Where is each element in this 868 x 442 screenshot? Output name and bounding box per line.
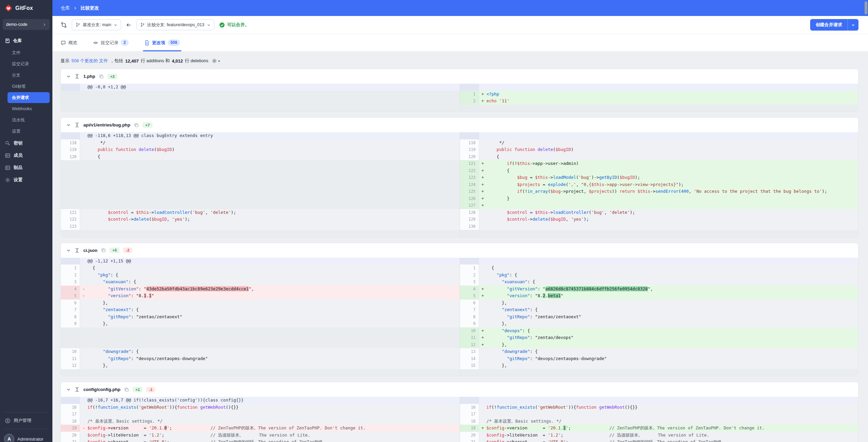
current-user[interactable]: A Administrator <box>0 431 52 442</box>
copy-icon[interactable] <box>134 123 139 128</box>
line-number: 2 <box>61 272 80 279</box>
sidebar-item-tags[interactable]: Git标签 <box>7 81 50 92</box>
line-number: 5 <box>460 292 479 300</box>
diff-pad-row <box>61 105 858 112</box>
line-number <box>61 369 80 376</box>
line-number: 19 <box>460 425 479 432</box>
copy-icon[interactable] <box>124 387 129 392</box>
sidebar-item-members[interactable]: 成员 <box>0 149 52 162</box>
repo-book-icon <box>5 38 10 44</box>
diff-ctx-cell: 20$config->liteVersion = '1.2'; // 迅捷版版本… <box>460 432 858 439</box>
sidebar-item-settings[interactable]: 设置 <box>7 126 50 137</box>
tab-badge: 508 <box>168 39 180 46</box>
code-line: "gitRepo": "zentao/zentaoext" <box>487 313 858 321</box>
diff-marker <box>479 216 487 223</box>
hunk-header-text: @@ -118,6 +118,13 @@ class bugEntry exte… <box>87 132 460 139</box>
line-number: 19 <box>61 425 80 432</box>
tab-changes[interactable]: 更改项508 <box>144 34 180 51</box>
hunk-right-cell <box>460 258 858 265</box>
unfold-icon[interactable] <box>75 74 80 79</box>
line-number: 121 <box>460 160 479 167</box>
diff-marker: + <box>479 195 487 202</box>
hunk-left-cell: @@ -0,0 +1,2 @@ <box>61 84 460 91</box>
collapse-chevron-icon[interactable] <box>66 387 71 392</box>
code-line <box>487 397 858 404</box>
diff-marker <box>479 153 487 160</box>
code-line <box>87 341 460 348</box>
diff-ctx-cell: 1 { <box>61 265 460 272</box>
diff-marker <box>80 300 87 307</box>
diff-marker <box>479 369 487 376</box>
base-branch-select[interactable]: 基准分支: main <box>72 19 121 30</box>
diff-marker <box>479 320 487 327</box>
code-line <box>487 84 858 91</box>
line-number: 123 <box>460 174 479 181</box>
copy-icon[interactable] <box>101 248 106 253</box>
line-number: 120 <box>460 153 479 160</box>
sidebar: GitFox demo-code 仓库 文件提交记录分支Git标签合并请求Web… <box>0 0 52 442</box>
sidebar-item-files[interactable]: 文件 <box>7 47 50 58</box>
line-number: 1 <box>460 91 479 98</box>
diff-row: 121+ if(!$this->app->user->admin) <box>61 160 858 167</box>
create-merge-request-dropdown[interactable] <box>848 19 858 31</box>
create-merge-request-button[interactable]: 创建合并请求 <box>810 19 858 31</box>
collapse-chevron-icon[interactable] <box>66 123 71 127</box>
compare-bar: 基准分支: main 比较分支: feature/devops_013 <box>52 16 868 34</box>
breadcrumb-root[interactable]: 仓库 <box>61 5 70 11</box>
sidebar-item-user-management[interactable]: 用户管理 <box>0 414 52 427</box>
line-number: 9 <box>61 320 80 327</box>
copy-icon[interactable] <box>99 74 104 79</box>
sidebar-item-webhooks[interactable]: Webhooks <box>7 103 50 114</box>
sidebar-item-settings[interactable]: 设置 <box>0 174 52 186</box>
breadcrumb: 仓库 比较更改 <box>52 0 868 16</box>
sidebar-item-merge-requests[interactable]: 合并请求 <box>7 92 50 103</box>
unfold-icon[interactable] <box>75 387 80 392</box>
line-number <box>460 230 479 237</box>
vertical-scrollbar[interactable] <box>865 1 867 14</box>
code-line <box>487 230 858 237</box>
diff-settings-button[interactable]: ▾ <box>212 58 220 64</box>
tab-overview[interactable]: 概览 <box>61 34 77 51</box>
line-number <box>61 334 80 341</box>
diff-add-cell: 2+echo '11' <box>460 98 858 105</box>
collapse-chevron-icon[interactable] <box>66 248 71 253</box>
diff-summary: 显示 508 个更改的 文件 ，包括 12,407 行 additions 和 … <box>61 58 858 64</box>
diff-ctx-cell: 1 { <box>460 265 858 272</box>
diff-empty-cell <box>61 98 460 105</box>
changed-files-link[interactable]: 508 个更改的 文件 <box>71 58 108 64</box>
diff-marker <box>479 223 487 230</box>
breadcrumb-current: 比较更改 <box>81 5 99 11</box>
collapse-chevron-icon[interactable] <box>66 74 71 79</box>
sidebar-item-pipelines[interactable]: 流水线 <box>7 115 50 125</box>
sidebar-item-branches[interactable]: 分支 <box>7 70 50 81</box>
line-number: 122 <box>61 216 80 223</box>
diff-row: 120 {120 { <box>61 153 858 160</box>
unfold-icon[interactable] <box>75 248 80 253</box>
sidebar-footer: 用户管理 A Administrator <box>0 410 52 442</box>
create-merge-request-label[interactable]: 创建合并请求 <box>810 19 848 31</box>
diff-row: 3 "xuanxuan": {3 "xuanxuan": { <box>61 278 858 286</box>
compare-branch-select[interactable]: 比较分支: feature/devops_013 <box>136 19 214 30</box>
diff-marker <box>80 132 87 139</box>
diff-marker <box>479 300 487 307</box>
diff-marker <box>80 91 87 98</box>
diff-row: 118 */118 */ <box>61 139 858 147</box>
diff-row: 2 "pkg": {2 "pkg": { <box>61 272 858 279</box>
diff-row: 2+echo '11' <box>61 98 858 105</box>
diff-marker <box>80 98 87 105</box>
sidebar-item-keys[interactable]: 密钥 <box>0 137 52 149</box>
diff-empty-cell <box>460 369 858 376</box>
person-circle-icon <box>5 418 11 424</box>
unfold-icon[interactable] <box>75 122 80 128</box>
line-number: 11 <box>460 334 479 341</box>
code-line: $projects = explode(',', "0,{$this->app-… <box>487 181 858 188</box>
diff-add-cell: 11+ "gitRepo": "zentao/devops" <box>460 334 858 341</box>
diff-marker: + <box>479 334 487 341</box>
project-switcher[interactable]: demo-code <box>3 19 50 30</box>
diff-empty-cell <box>61 230 460 237</box>
sidebar-item-commits[interactable]: 提交记录 <box>7 58 50 69</box>
tab-commits[interactable]: 提交记录2 <box>93 34 129 51</box>
sidebar-section-repo[interactable]: 仓库 <box>0 35 52 47</box>
diff-marker: - <box>80 425 87 432</box>
sidebar-item-artifacts[interactable]: 制品 <box>0 162 52 174</box>
